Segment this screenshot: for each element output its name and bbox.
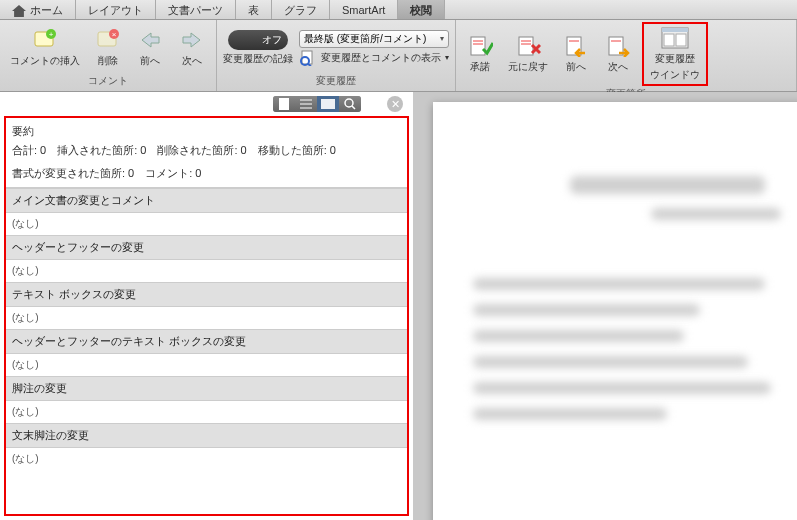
summary-line-1: 合計: 0 挿入された箇所: 0 削除された箇所: 0 移動した箇所: 0: [12, 139, 401, 162]
section-none: (なし): [6, 401, 407, 423]
section-none: (なし): [6, 307, 407, 329]
section-none: (なし): [6, 213, 407, 235]
section-none: (なし): [6, 260, 407, 282]
accept-button[interactable]: 承諾: [462, 32, 498, 76]
summary-header: 要約 合計: 0 挿入された箇所: 0 削除された箇所: 0 移動した箇所: 0…: [6, 118, 407, 188]
section-hf-textbox: ヘッダーとフッターのテキスト ボックスの変更 (なし): [6, 329, 407, 376]
blurred-text: [473, 356, 748, 368]
section-header: ヘッダーとフッターの変更: [6, 235, 407, 260]
summary-title: 要約: [12, 124, 401, 139]
pane-icon: [661, 27, 689, 49]
section-none: (なし): [6, 448, 407, 470]
section-endnote: 文末脚注の変更 (なし): [6, 423, 407, 470]
blurred-text: [473, 304, 700, 316]
search-icon: [344, 98, 356, 110]
blurred-text: [473, 382, 771, 394]
list-icon: [300, 99, 312, 109]
insert-comment-button[interactable]: + コメントの挿入: [6, 26, 84, 70]
track-changes-label: 変更履歴の記録: [223, 52, 293, 66]
main-tabs: ホーム レイアウト 文書パーツ 表 グラフ SmartArt 校閲: [0, 0, 797, 20]
track-changes-toggle[interactable]: オフ: [228, 30, 288, 50]
doc-check-icon: [467, 35, 493, 57]
prev-comment-button[interactable]: 前へ: [132, 26, 168, 70]
chevron-down-icon: ▾: [440, 34, 444, 43]
section-header: 文末脚注の変更: [6, 423, 407, 448]
group-changes: 承諾 元に戻す 前へ 次へ 変更履歴 ウインドウ 変更箇所: [456, 20, 797, 91]
pane-close-button[interactable]: ✕: [387, 96, 403, 112]
magnifier-doc-icon: [299, 50, 317, 66]
svg-line-29: [352, 106, 355, 109]
tab-smartart[interactable]: SmartArt: [330, 0, 398, 19]
arrow-left-icon: [137, 30, 163, 50]
section-header: 脚注の変更: [6, 376, 407, 401]
svg-rect-27: [321, 99, 335, 109]
section-textbox: テキスト ボックスの変更 (なし): [6, 282, 407, 329]
section-header: テキスト ボックスの変更: [6, 282, 407, 307]
section-none: (なし): [6, 354, 407, 376]
home-icon: [12, 5, 26, 17]
blurred-text: [651, 208, 781, 220]
next-comment-button[interactable]: 次へ: [174, 26, 210, 70]
pane-view-doc[interactable]: [273, 96, 295, 112]
pane-view-list[interactable]: [295, 96, 317, 112]
pane-toolbar: ✕: [0, 92, 413, 116]
content-area: ✕ 要約 合計: 0 挿入された箇所: 0 削除された箇所: 0 移動した箇所:…: [0, 92, 797, 520]
reviewing-pane: ✕ 要約 合計: 0 挿入された箇所: 0 削除された箇所: 0 移動した箇所:…: [0, 92, 413, 520]
delete-comment-button[interactable]: × 削除: [90, 26, 126, 70]
display-mode-dropdown[interactable]: 最終版 (変更箇所/コメント)▾: [299, 30, 449, 48]
svg-text:+: +: [49, 30, 54, 39]
tab-chart[interactable]: グラフ: [272, 0, 330, 19]
comment-add-icon: +: [33, 28, 57, 52]
group-label-comments: コメント: [0, 73, 216, 89]
section-footnote: 脚注の変更 (なし): [6, 376, 407, 423]
document-page: [433, 102, 797, 520]
section-main: メイン文書の変更とコメント (なし): [6, 188, 407, 235]
document-area[interactable]: [413, 92, 797, 520]
section-header: ヘッダーとフッターのテキスト ボックスの変更: [6, 329, 407, 354]
next-change-button[interactable]: 次へ: [600, 32, 636, 76]
svg-rect-20: [662, 28, 688, 32]
detail-icon: [321, 99, 335, 109]
blurred-text: [473, 278, 765, 290]
arrow-right-icon: [179, 30, 205, 50]
summary-line-2: 書式が変更された箇所: 0 コメント: 0: [12, 162, 401, 185]
svg-rect-12: [519, 37, 533, 55]
svg-text:×: ×: [112, 30, 117, 39]
pane-view-detail[interactable]: [317, 96, 339, 112]
reject-button[interactable]: 元に戻す: [504, 32, 552, 76]
blurred-text: [473, 408, 667, 420]
section-hf: ヘッダーとフッターの変更 (なし): [6, 235, 407, 282]
tab-parts[interactable]: 文書パーツ: [156, 0, 236, 19]
pane-view-segments: [273, 96, 361, 112]
ribbon: + コメントの挿入 × 削除 前へ 次へ コメント: [0, 20, 797, 92]
group-comments: + コメントの挿入 × 削除 前へ 次へ コメント: [0, 20, 217, 91]
svg-rect-9: [471, 37, 485, 55]
tab-review[interactable]: 校閲: [398, 0, 445, 19]
doc-x-icon: [515, 35, 541, 57]
svg-rect-21: [664, 34, 674, 46]
chevron-down-icon: ▾: [445, 53, 449, 62]
doc-arrow-right-icon: [605, 35, 631, 57]
section-header: メイン文書の変更とコメント: [6, 188, 407, 213]
summary-box: 要約 合計: 0 挿入された箇所: 0 削除された箇所: 0 移動した箇所: 0…: [4, 116, 409, 516]
group-tracking: オフ 変更履歴の記録 最終版 (変更箇所/コメント)▾ 変更履歴とコメントの表示…: [217, 20, 456, 91]
blurred-text: [570, 176, 764, 194]
group-label-tracking: 変更履歴: [217, 73, 455, 89]
tab-layout[interactable]: レイアウト: [76, 0, 156, 19]
page-icon: [279, 98, 289, 110]
tab-table[interactable]: 表: [236, 0, 272, 19]
reviewing-pane-button[interactable]: 変更履歴 ウインドウ: [642, 22, 708, 86]
pane-search[interactable]: [339, 96, 361, 112]
tab-home[interactable]: ホーム: [0, 0, 76, 19]
doc-arrow-left-icon: [563, 35, 589, 57]
comment-delete-icon: ×: [96, 28, 120, 52]
show-markup-button[interactable]: 変更履歴とコメントの表示 ▾: [299, 50, 449, 66]
prev-change-button[interactable]: 前へ: [558, 32, 594, 76]
svg-rect-23: [279, 98, 289, 110]
svg-point-28: [345, 99, 353, 107]
blurred-text: [473, 330, 684, 342]
svg-rect-22: [676, 34, 686, 46]
